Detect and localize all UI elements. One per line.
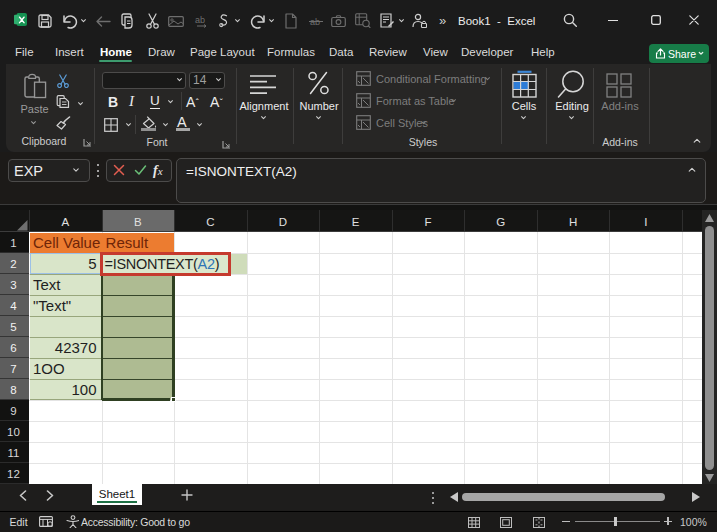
svg-text:ab: ab (195, 15, 205, 25)
